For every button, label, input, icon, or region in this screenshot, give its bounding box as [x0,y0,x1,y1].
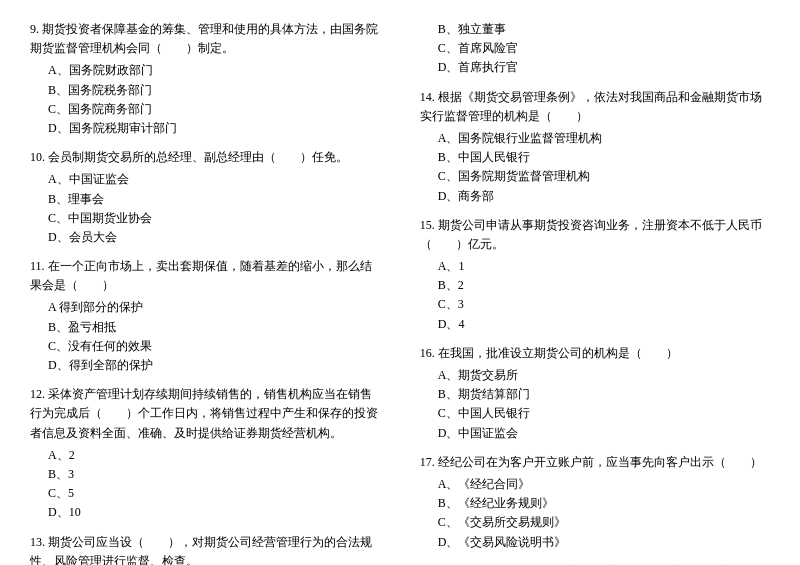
q9-optD: D、国务院税期审计部门 [30,119,380,138]
q17-optA: A、《经纪合同》 [420,475,770,494]
q10-optA: A、中国证监会 [30,170,380,189]
q15-optD: D、4 [420,315,770,334]
q9-right-optC: C、首席风险官 [420,39,770,58]
q12-optB: B、3 [30,465,380,484]
q15-optC: C、3 [420,295,770,314]
right-column: B、独立董事 C、首席风险官 D、首席执行官 14. 根据《期货交易管理条例》，… [420,20,770,565]
q12-optD: D、10 [30,503,380,522]
question-12: 12. 采体资产管理计划存续期间持续销售的，销售机构应当在销售行为完成后（ ）个… [30,385,380,522]
q11-title: 11. 在一个正向市场上，卖出套期保值，随着基差的缩小，那么结果会是（ ） [30,257,380,295]
q14-optA: A、国务院银行业监督管理机构 [420,129,770,148]
q16-optC: C、中国人民银行 [420,404,770,423]
question-11: 11. 在一个正向市场上，卖出套期保值，随着基差的缩小，那么结果会是（ ） A … [30,257,380,375]
left-column: 9. 期货投资者保障基金的筹集、管理和使用的具体方法，由国务院期货监督管理机构会… [30,20,380,565]
q12-optC: C、5 [30,484,380,503]
question-13: 13. 期货公司应当设（ ），对期货公司经营管理行为的合法规性、风险管理进行监督… [30,533,380,566]
q15-optB: B、2 [420,276,770,295]
q10-optB: B、理事会 [30,190,380,209]
q10-title: 10. 会员制期货交易所的总经理、副总经理由（ ）任免。 [30,148,380,167]
q13-title: 13. 期货公司应当设（ ），对期货公司经营管理行为的合法规性、风险管理进行监督… [30,533,380,566]
question-14: 14. 根据《期货交易管理条例》，依法对我国商品和金融期货市场实行监督管理的机构… [420,88,770,206]
q12-optA: A、2 [30,446,380,465]
content-columns: 9. 期货投资者保障基金的筹集、管理和使用的具体方法，由国务院期货监督管理机构会… [30,20,770,565]
q14-optB: B、中国人民银行 [420,148,770,167]
page-container: 9. 期货投资者保障基金的筹集、管理和使用的具体方法，由国务院期货监督管理机构会… [30,20,770,565]
q9-optC: C、国务院商务部门 [30,100,380,119]
q12-title: 12. 采体资产管理计划存续期间持续销售的，销售机构应当在销售行为完成后（ ）个… [30,385,380,443]
q16-title: 16. 在我国，批准设立期货公司的机构是（ ） [420,344,770,363]
question-17: 17. 经纪公司在为客户开立账户前，应当事先向客户出示（ ） A、《经纪合同》 … [420,453,770,552]
q11-optB: B、盈亏相抵 [30,318,380,337]
q9-right-optB: B、独立董事 [420,20,770,39]
q14-optD: D、商务部 [420,187,770,206]
q14-optC: C、国务院期货监督管理机构 [420,167,770,186]
q16-optB: B、期货结算部门 [420,385,770,404]
q16-optA: A、期货交易所 [420,366,770,385]
q16-optD: D、中国证监会 [420,424,770,443]
q9-optA: A、国务院财政部门 [30,61,380,80]
q11-optD: D、得到全部的保护 [30,356,380,375]
q11-optC: C、没有任何的效果 [30,337,380,356]
q14-title: 14. 根据《期货交易管理条例》，依法对我国商品和金融期货市场实行监督管理的机构… [420,88,770,126]
q9-title: 9. 期货投资者保障基金的筹集、管理和使用的具体方法，由国务院期货监督管理机构会… [30,20,380,58]
q17-title: 17. 经纪公司在为客户开立账户前，应当事先向客户出示（ ） [420,453,770,472]
q11-optA: A 得到部分的保护 [30,298,380,317]
q17-optD: D、《交易风险说明书》 [420,533,770,552]
q15-optA: A、1 [420,257,770,276]
q9-optB: B、国务院税务部门 [30,81,380,100]
question-9: 9. 期货投资者保障基金的筹集、管理和使用的具体方法，由国务院期货监督管理机构会… [30,20,380,138]
q9-right-optD: D、首席执行官 [420,58,770,77]
q10-optC: C、中国期货业协会 [30,209,380,228]
q17-optB: B、《经纪业务规则》 [420,494,770,513]
q10-optD: D、会员大会 [30,228,380,247]
question-15: 15. 期货公司申请从事期货投资咨询业务，注册资本不低于人民币（ ）亿元。 A、… [420,216,770,334]
q9-right-options: B、独立董事 C、首席风险官 D、首席执行官 [420,20,770,78]
question-16: 16. 在我国，批准设立期货公司的机构是（ ） A、期货交易所 B、期货结算部门… [420,344,770,443]
q17-optC: C、《交易所交易规则》 [420,513,770,532]
question-10: 10. 会员制期货交易所的总经理、副总经理由（ ）任免。 A、中国证监会 B、理… [30,148,380,247]
q15-title: 15. 期货公司申请从事期货投资咨询业务，注册资本不低于人民币（ ）亿元。 [420,216,770,254]
